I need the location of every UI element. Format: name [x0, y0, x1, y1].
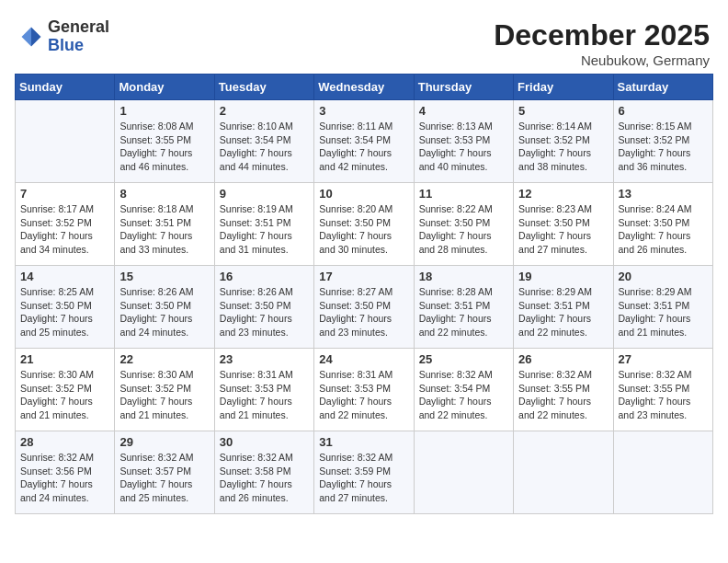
daylight-text: Daylight: 7 hours and 26 minutes.	[619, 230, 691, 255]
sunset-text: Sunset: 3:51 PM	[220, 217, 291, 228]
daylight-text: Daylight: 7 hours and 40 minutes.	[419, 147, 492, 172]
cell-info: Sunrise: 8:26 AM Sunset: 3:50 PM Dayligh…	[220, 285, 309, 339]
calendar-cell: 31 Sunrise: 8:32 AM Sunset: 3:59 PM Dayl…	[314, 431, 414, 514]
day-number: 19	[518, 270, 608, 283]
title-block: December 2025 Neubukow, Germany	[494, 18, 710, 68]
day-number: 16	[220, 270, 309, 283]
sunrise-text: Sunrise: 8:29 AM	[619, 286, 692, 297]
daylight-text: Daylight: 7 hours and 36 minutes.	[619, 147, 691, 172]
day-number: 30	[220, 435, 309, 449]
cell-info: Sunrise: 8:32 AM Sunset: 3:57 PM Dayligh…	[119, 451, 209, 505]
sunset-text: Sunset: 3:51 PM	[119, 217, 191, 228]
calendar-cell: 5 Sunrise: 8:14 AM Sunset: 3:52 PM Dayli…	[514, 100, 613, 183]
calendar-week-row: 28 Sunrise: 8:32 AM Sunset: 3:56 PM Dayl…	[16, 431, 713, 514]
calendar-cell	[414, 431, 513, 514]
day-number: 26	[518, 352, 608, 366]
sunrise-text: Sunrise: 8:20 AM	[319, 203, 392, 214]
day-number: 2	[220, 104, 309, 118]
cell-info: Sunrise: 8:20 AM Sunset: 3:50 PM Dayligh…	[319, 202, 408, 257]
calendar-week-row: 14 Sunrise: 8:25 AM Sunset: 3:50 PM Dayl…	[16, 266, 713, 349]
svg-marker-1	[22, 27, 32, 46]
calendar-cell: 11 Sunrise: 8:22 AM Sunset: 3:50 PM Dayl…	[414, 183, 513, 266]
sunrise-text: Sunrise: 8:31 AM	[319, 369, 392, 380]
calendar-cell: 16 Sunrise: 8:26 AM Sunset: 3:50 PM Dayl…	[214, 266, 313, 349]
svg-marker-0	[31, 27, 41, 46]
calendar-week-row: 7 Sunrise: 8:17 AM Sunset: 3:52 PM Dayli…	[16, 183, 713, 266]
sunset-text: Sunset: 3:57 PM	[119, 465, 191, 477]
cell-info: Sunrise: 8:14 AM Sunset: 3:52 PM Dayligh…	[518, 120, 608, 174]
day-number: 18	[419, 270, 508, 283]
daylight-text: Daylight: 7 hours and 25 minutes.	[20, 313, 93, 338]
location-title: Neubukow, Germany	[494, 52, 710, 68]
calendar-cell: 13 Sunrise: 8:24 AM Sunset: 3:50 PM Dayl…	[613, 183, 712, 266]
cell-info: Sunrise: 8:10 AM Sunset: 3:54 PM Dayligh…	[220, 120, 309, 174]
sunrise-text: Sunrise: 8:32 AM	[319, 452, 392, 463]
sunrise-text: Sunrise: 8:11 AM	[319, 121, 392, 132]
daylight-text: Daylight: 7 hours and 44 minutes.	[220, 147, 292, 172]
sunrise-text: Sunrise: 8:17 AM	[20, 203, 94, 214]
sunrise-text: Sunrise: 8:26 AM	[119, 286, 193, 297]
logo-text: General Blue	[48, 18, 109, 55]
calendar-week-row: 21 Sunrise: 8:30 AM Sunset: 3:52 PM Dayl…	[16, 349, 713, 431]
sunset-text: Sunset: 3:54 PM	[419, 383, 491, 394]
sunrise-text: Sunrise: 8:13 AM	[419, 121, 493, 132]
month-title: December 2025	[494, 18, 710, 52]
logo: General Blue	[18, 18, 109, 55]
cell-info: Sunrise: 8:30 AM Sunset: 3:52 PM Dayligh…	[20, 368, 109, 422]
cell-info: Sunrise: 8:32 AM Sunset: 3:56 PM Dayligh…	[20, 451, 109, 505]
cell-info: Sunrise: 8:19 AM Sunset: 3:51 PM Dayligh…	[220, 202, 309, 257]
calendar-cell: 9 Sunrise: 8:19 AM Sunset: 3:51 PM Dayli…	[214, 183, 313, 266]
calendar-cell: 29 Sunrise: 8:32 AM Sunset: 3:57 PM Dayl…	[115, 431, 214, 514]
calendar-cell: 22 Sunrise: 8:30 AM Sunset: 3:52 PM Dayl…	[115, 349, 214, 431]
calendar-cell: 12 Sunrise: 8:23 AM Sunset: 3:50 PM Dayl…	[514, 183, 613, 266]
calendar-cell: 24 Sunrise: 8:31 AM Sunset: 3:53 PM Dayl…	[314, 349, 414, 431]
weekday-header-friday: Friday	[514, 75, 613, 100]
sunrise-text: Sunrise: 8:27 AM	[319, 286, 392, 297]
weekday-header-sunday: Sunday	[16, 75, 115, 100]
sunset-text: Sunset: 3:51 PM	[518, 300, 590, 311]
calendar-cell: 8 Sunrise: 8:18 AM Sunset: 3:51 PM Dayli…	[115, 183, 214, 266]
calendar-cell: 7 Sunrise: 8:17 AM Sunset: 3:52 PM Dayli…	[16, 183, 115, 266]
day-number: 28	[20, 435, 109, 449]
daylight-text: Daylight: 7 hours and 25 minutes.	[119, 478, 192, 503]
calendar-cell: 27 Sunrise: 8:32 AM Sunset: 3:55 PM Dayl…	[613, 349, 712, 431]
daylight-text: Daylight: 7 hours and 27 minutes.	[319, 478, 392, 503]
sunrise-text: Sunrise: 8:32 AM	[619, 369, 692, 380]
sunrise-text: Sunrise: 8:32 AM	[419, 369, 493, 380]
calendar-week-row: 1 Sunrise: 8:08 AM Sunset: 3:55 PM Dayli…	[16, 100, 713, 183]
day-number: 17	[319, 270, 408, 283]
cell-info: Sunrise: 8:31 AM Sunset: 3:53 PM Dayligh…	[319, 368, 408, 422]
sunset-text: Sunset: 3:50 PM	[20, 300, 92, 311]
calendar-cell: 1 Sunrise: 8:08 AM Sunset: 3:55 PM Dayli…	[115, 100, 214, 183]
cell-info: Sunrise: 8:23 AM Sunset: 3:50 PM Dayligh…	[518, 202, 608, 257]
cell-info: Sunrise: 8:17 AM Sunset: 3:52 PM Dayligh…	[20, 202, 109, 257]
cell-info: Sunrise: 8:32 AM Sunset: 3:59 PM Dayligh…	[319, 451, 408, 505]
daylight-text: Daylight: 7 hours and 27 minutes.	[518, 230, 591, 255]
calendar-cell: 28 Sunrise: 8:32 AM Sunset: 3:56 PM Dayl…	[16, 431, 115, 514]
sunset-text: Sunset: 3:50 PM	[419, 217, 491, 228]
calendar-cell: 18 Sunrise: 8:28 AM Sunset: 3:51 PM Dayl…	[414, 266, 513, 349]
sunset-text: Sunset: 3:53 PM	[419, 134, 491, 145]
sunrise-text: Sunrise: 8:28 AM	[419, 286, 493, 297]
calendar-cell	[514, 431, 613, 514]
calendar-cell: 4 Sunrise: 8:13 AM Sunset: 3:53 PM Dayli…	[414, 100, 513, 183]
daylight-text: Daylight: 7 hours and 46 minutes.	[119, 147, 192, 172]
sunset-text: Sunset: 3:54 PM	[220, 134, 291, 145]
sunrise-text: Sunrise: 8:23 AM	[518, 203, 592, 214]
weekday-header-thursday: Thursday	[414, 75, 513, 100]
daylight-text: Daylight: 7 hours and 33 minutes.	[119, 230, 192, 255]
daylight-text: Daylight: 7 hours and 21 minutes.	[20, 396, 93, 420]
calendar-cell: 19 Sunrise: 8:29 AM Sunset: 3:51 PM Dayl…	[514, 266, 613, 349]
day-number: 7	[20, 187, 109, 201]
sunset-text: Sunset: 3:55 PM	[119, 134, 191, 145]
daylight-text: Daylight: 7 hours and 21 minutes.	[619, 313, 691, 338]
sunset-text: Sunset: 3:50 PM	[319, 300, 391, 311]
calendar-cell	[613, 431, 712, 514]
sunset-text: Sunset: 3:56 PM	[20, 465, 92, 477]
sunset-text: Sunset: 3:53 PM	[319, 383, 391, 394]
daylight-text: Daylight: 7 hours and 21 minutes.	[220, 396, 292, 420]
day-number: 14	[20, 270, 109, 283]
sunset-text: Sunset: 3:58 PM	[220, 465, 291, 477]
logo-icon	[18, 24, 44, 50]
day-number: 10	[319, 187, 408, 201]
